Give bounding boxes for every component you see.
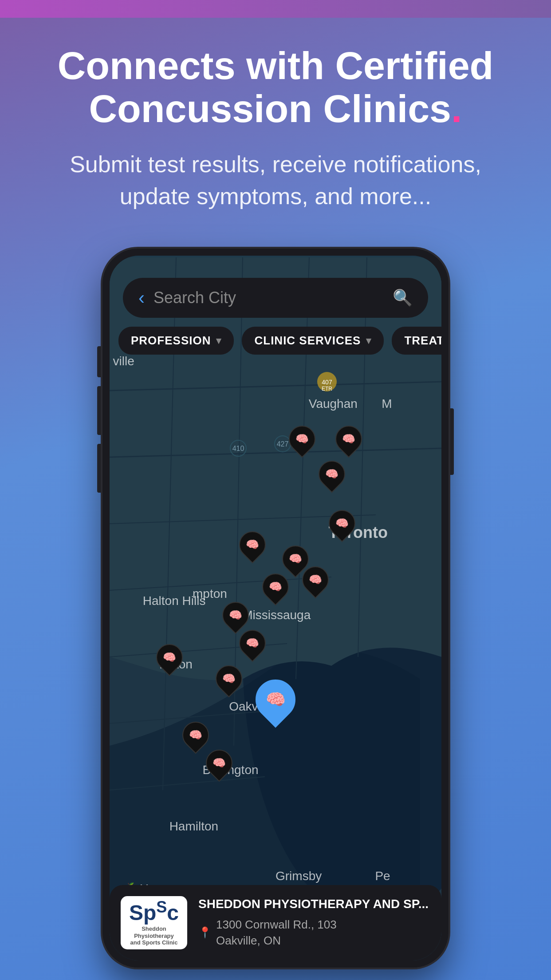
top-bar [0,0,551,18]
treatment-filter[interactable]: TREATMENT ▾ [392,327,441,355]
clinic-services-label: CLINIC SERVICES [254,334,361,348]
clinic-pin[interactable]: 🧠 [222,602,249,628]
location-icon: 📍 [198,925,212,940]
svg-text:410: 410 [232,445,244,452]
svg-text:ETR: ETR [322,386,332,392]
volume-down-button [97,444,101,493]
title-dot: . [451,87,462,130]
search-icon[interactable]: 🔍 [393,288,413,307]
clinic-pin[interactable]: 🧠 [216,665,242,692]
header-section: Connects with Certified Concussion Clini… [0,18,551,213]
phone-mockup: 410 427 407 ETR ville Vaughan M Toronto … [102,249,449,968]
profession-filter[interactable]: PROFESSION ▾ [118,327,234,355]
search-bar: ‹ Search City 🔍 [123,278,428,318]
clinic-pin[interactable]: 🧠 [289,426,315,452]
clinic-pin[interactable]: 🧠 [335,426,362,452]
clinic-pin[interactable]: 🧠 [239,531,266,558]
filter-row: PROFESSION ▾ CLINIC SERVICES ▾ TREATMENT… [118,327,433,355]
chevron-down-icon: ▾ [216,335,221,347]
clinic-pin[interactable]: 🧠 [182,722,209,748]
search-city-input[interactable]: Search City [153,288,384,307]
title-line1: Connects with Certified [58,43,494,87]
clinic-logo: SpSc Sheddon Physiotherapyand Sports Cli… [121,896,187,949]
svg-text:427: 427 [277,440,289,448]
clinic-pin[interactable]: 🧠 [156,644,183,671]
clinic-services-filter[interactable]: CLINIC SERVICES ▾ [242,327,384,355]
volume-up-button [97,386,101,435]
title-line2: Concussion Clinics [89,87,451,130]
clinic-street: 1300 Cornwall Rd., 103 [216,917,337,933]
clinic-pin-active[interactable]: 🧠 [256,680,295,719]
clinic-card[interactable]: SpSc Sheddon Physiotherapyand Sports Cli… [110,885,441,960]
clinic-info: SHEDDON PHYSIOTHERAPY AND SP... 📍 1300 C… [198,897,430,949]
power-button [450,408,454,475]
phone-screen: 410 427 407 ETR ville Vaughan M Toronto … [110,256,441,960]
map-svg: 410 427 407 ETR [110,256,441,960]
clinic-name: SHEDDON PHYSIOTHERAPY AND SP... [198,897,430,911]
volume-silent-button [97,346,101,377]
clinic-city: Oakville, ON [216,933,337,948]
treatment-label: TREATMENT [404,334,441,348]
clinic-pin[interactable]: 🧠 [319,461,345,487]
back-button[interactable]: ‹ [138,287,145,308]
main-title: Connects with Certified Concussion Clini… [35,44,516,130]
chevron-down-icon: ▾ [366,335,371,347]
clinic-pin[interactable]: 🧠 [262,573,289,600]
clinic-address: 📍 1300 Cornwall Rd., 103 Oakville, ON [198,917,430,949]
clinic-pin[interactable]: 🧠 [239,630,266,656]
clinic-pin[interactable]: 🧠 [329,510,355,537]
profession-label: PROFESSION [131,334,211,348]
map-area: 410 427 407 ETR ville Vaughan M Toronto … [110,256,441,960]
subtitle: Submit test results, receive notificatio… [35,148,516,213]
clinic-pin[interactable]: 🧠 [302,566,329,593]
svg-text:407: 407 [322,379,332,386]
clinic-pin[interactable]: 🧠 [206,750,232,776]
